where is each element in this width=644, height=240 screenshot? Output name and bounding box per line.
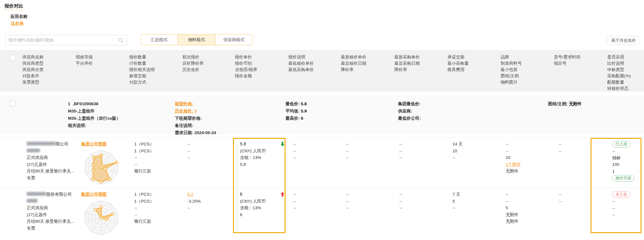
cell-line: -- bbox=[612, 205, 642, 212]
select-all-checkbox[interactable] bbox=[10, 55, 16, 61]
header-column-1: 绩效等级平台评价 bbox=[76, 54, 129, 92]
header-column-8: 承诺交期最小采购量模具费用 bbox=[447, 54, 501, 92]
search-icon[interactable] bbox=[117, 38, 125, 43]
row-select-area bbox=[0, 188, 22, 240]
header-label: 最小采购量 bbox=[447, 60, 501, 67]
cell-line: 1个附件 bbox=[506, 161, 552, 168]
cell-line: -- bbox=[293, 205, 339, 211]
max-price-value: 6 bbox=[301, 116, 303, 121]
related-note-label: 相关说明: bbox=[68, 122, 120, 129]
min-company-label: 最低价公司: bbox=[398, 115, 421, 122]
next-expect-label: 下轮期望价格: bbox=[175, 115, 216, 122]
demand-date: 需求日期: 2024-05-24 bbox=[175, 129, 216, 136]
header-column-9: 品牌制造商料号最小包装图纸/文档物料图片 bbox=[501, 54, 554, 92]
cell-line: -- bbox=[399, 141, 446, 148]
cell-line: -- bbox=[559, 191, 605, 198]
header-label: 报价币别 bbox=[235, 60, 288, 67]
cell-line: -- bbox=[559, 198, 605, 205]
tab-supplier-mode[interactable]: 供应商模式 bbox=[215, 35, 253, 45]
expect-price-link[interactable]: 期望价格: bbox=[175, 101, 193, 106]
cell-line: 银行汇款 bbox=[134, 218, 180, 225]
header-label: 付款方式 bbox=[129, 79, 182, 85]
header-column-4: 报价单价报价币别含税否/税率报价金额 bbox=[235, 54, 288, 92]
cell-line: -- bbox=[506, 148, 552, 155]
tab-summary-mode[interactable]: 汇总模式 bbox=[141, 35, 178, 45]
header-label: 最近采购日期 bbox=[394, 60, 447, 67]
material-spec: M35-上盖组件（农行ss版） bbox=[68, 115, 120, 122]
history-price-link[interactable]: 6.2 bbox=[187, 192, 193, 197]
cell-line: 无附件 bbox=[506, 211, 552, 218]
price-trend-up-icon bbox=[280, 192, 285, 197]
group-company-view-link[interactable]: 集团公司视图 bbox=[81, 192, 107, 197]
header-label: 物料图片 bbox=[501, 79, 554, 85]
cell-line: -- bbox=[134, 161, 180, 168]
search-box[interactable] bbox=[5, 35, 127, 45]
cell-line: -- bbox=[506, 198, 552, 205]
cell-line: 5 bbox=[506, 205, 552, 211]
header-label: 报价说明 bbox=[288, 54, 341, 60]
cell-line: -- bbox=[452, 205, 499, 211]
cell-line: 含税：13% bbox=[240, 205, 286, 211]
search-input[interactable] bbox=[5, 38, 117, 42]
cell-line: -- bbox=[612, 148, 642, 155]
cell-line: -- bbox=[346, 154, 392, 161]
group-min-label: 集团最低价: bbox=[398, 100, 421, 107]
above-history-low-button[interactable]: 高于历史低价 bbox=[607, 36, 640, 45]
group-company-view-link[interactable]: 集团公司视图 bbox=[81, 142, 107, 146]
header-label: 比价说明 bbox=[607, 60, 644, 67]
cell-line: 1（PCS） bbox=[134, 141, 180, 148]
cell-line: -- bbox=[134, 211, 180, 218]
price-stats-block: 最低价: 5.8 平均值: 5.9 最高价: 6 bbox=[286, 100, 307, 122]
history-check-link[interactable]: 历史核价: bbox=[175, 109, 193, 113]
compare-sheet-link[interactable]: 比价单 bbox=[11, 21, 24, 26]
cell-line: -- bbox=[346, 191, 392, 198]
group-checkbox[interactable] bbox=[10, 101, 16, 106]
header-label: 平台评价 bbox=[76, 60, 129, 67]
cell-line: 1（PCS） bbox=[134, 148, 180, 155]
max-price-label: 最高价: bbox=[286, 116, 300, 121]
remark-label: 备注说明: bbox=[175, 122, 216, 129]
cell-line: -- bbox=[346, 141, 392, 148]
header-column-7: 最新采购单价最近采购日期降价率 bbox=[394, 54, 447, 92]
status-line: 已入选 bbox=[612, 141, 642, 148]
cell-line: 100 bbox=[612, 161, 642, 168]
redacted-name bbox=[27, 142, 56, 145]
supplier-attr: 正式供应商 bbox=[27, 205, 74, 211]
cell-line: -- bbox=[612, 211, 642, 218]
supplier-name: 限公司 bbox=[27, 141, 74, 148]
header-label: 转核价状态 bbox=[607, 85, 644, 92]
cell-line: 6 bbox=[240, 211, 286, 218]
cell-line: -- bbox=[293, 148, 339, 155]
cell-line: -- bbox=[293, 154, 339, 161]
cell-line: -3.20% bbox=[187, 198, 233, 205]
quote-comparison-page: 报价对比 应用名称 比价单 汇总模式 物料模式 供应商模式 高于历史低价 供应商… bbox=[0, 0, 644, 240]
history-check-count: 2 bbox=[194, 109, 197, 113]
cell-line: -- bbox=[506, 141, 552, 148]
cell-line: (CNY) 人民币 bbox=[240, 198, 286, 205]
cell-line: -- bbox=[293, 198, 339, 205]
latest-check-cell: ------ bbox=[341, 188, 394, 240]
supplier-code bbox=[27, 148, 74, 155]
redacted-code bbox=[27, 199, 37, 203]
header-label: 历史低价 bbox=[182, 67, 235, 73]
cell-line: 1 bbox=[612, 168, 642, 175]
cell-line: 银行汇款 bbox=[134, 168, 180, 175]
group-supplier-label: 供应商: bbox=[398, 107, 421, 115]
cell-line: 10 bbox=[506, 154, 552, 161]
header-column-0: 供应商名称供应商类型供应商分类付款条件发票类型 bbox=[22, 54, 76, 92]
supplier-attr: 月结90天 接受银行承兑... bbox=[27, 218, 74, 225]
attachment-link[interactable]: 1个附件 bbox=[506, 162, 521, 167]
header-label: 最近核价日期 bbox=[341, 60, 394, 67]
adopt-cell: 未入选------ bbox=[607, 188, 644, 240]
promise-cell: 14 天10-- bbox=[447, 138, 501, 188]
tab-material-mode[interactable]: 物料模式 bbox=[178, 35, 215, 45]
header-label: 最新核价单价 bbox=[341, 54, 394, 60]
header-column-5: 报价说明最低核价单价最低采购单价 bbox=[288, 54, 341, 92]
supplier-attr: 月结90天 接受银行承兑... bbox=[27, 168, 74, 175]
header-label: 中标类型 bbox=[607, 67, 644, 73]
cell-line: -- bbox=[399, 154, 446, 161]
cell-line: -- bbox=[399, 148, 446, 155]
cell-line: (CNY) 人民币 bbox=[240, 148, 286, 155]
promise-cell: 7 天5-- bbox=[447, 188, 501, 240]
header-column-2: 报价数量计价数量报价相关说明标准交期付款方式 bbox=[129, 54, 182, 92]
